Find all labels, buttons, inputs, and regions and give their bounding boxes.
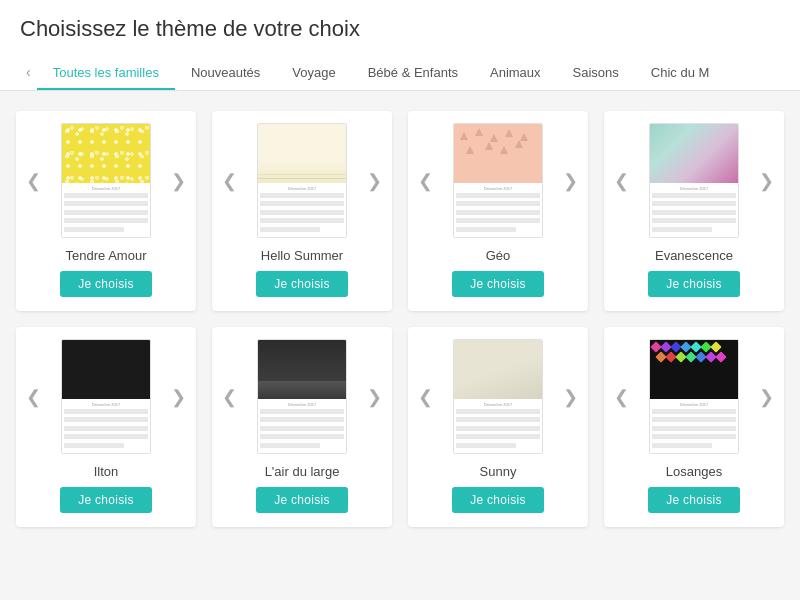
nav-right-losanges[interactable]: ❯: [759, 386, 774, 408]
tab-voyage[interactable]: Voyage: [276, 57, 351, 90]
card-geo: ❮: [408, 111, 588, 311]
svg-marker-4: [520, 133, 528, 141]
card-name-large: L'air du large: [265, 464, 340, 479]
card-losanges: ❮: [604, 327, 784, 527]
tab-chic[interactable]: Chic du M: [635, 57, 726, 90]
tab-baby-enfants[interactable]: Bébé & Enfants: [352, 57, 474, 90]
thumb-tendre: Décembre 2017: [61, 123, 151, 238]
card-preview-tendre: ❮ Décembre 2017: [24, 123, 188, 238]
svg-marker-1: [475, 128, 483, 136]
thumb-ilton: Décembre 2017: [61, 339, 151, 454]
choose-btn-evanescence[interactable]: Je choisis: [648, 271, 740, 297]
nav-right-evanescence[interactable]: ❯: [759, 170, 774, 192]
card-name-losanges: Losanges: [666, 464, 722, 479]
card-evanescence: ❮ Décembre 2017 ❯: [604, 111, 784, 311]
card-name-geo: Géo: [486, 248, 511, 263]
choose-btn-large[interactable]: Je choisis: [256, 487, 348, 513]
card-hello-summer: ❮ Décembre 2017: [212, 111, 392, 311]
nav-left-ilton[interactable]: ❮: [26, 386, 41, 408]
nav-right-large[interactable]: ❯: [367, 386, 382, 408]
card-name-tendre: Tendre Amour: [66, 248, 147, 263]
tab-saisons[interactable]: Saisons: [557, 57, 635, 90]
tab-animaux[interactable]: Animaux: [474, 57, 557, 90]
svg-marker-2: [490, 134, 498, 142]
nav-left-large[interactable]: ❮: [222, 386, 237, 408]
tab-scroll-left[interactable]: ‹: [20, 56, 37, 90]
card-preview-sunny: ❮ Décembre 2017 ❯: [416, 339, 580, 454]
card-sunny: ❮ Décembre 2017 ❯: [408, 327, 588, 527]
calendar-grid-row1: ❮ Décembre 2017: [16, 111, 784, 311]
nav-right-ilton[interactable]: ❯: [171, 386, 186, 408]
card-preview-geo: ❮: [416, 123, 580, 238]
card-ilton: ❮ Décembre 2017 ❯: [16, 327, 196, 527]
nav-left-tendre[interactable]: ❮: [26, 170, 41, 192]
nav-left-summer[interactable]: ❮: [222, 170, 237, 192]
nav-left-losanges[interactable]: ❮: [614, 386, 629, 408]
svg-marker-0: [460, 132, 468, 140]
svg-marker-3: [505, 129, 513, 137]
nav-right-geo[interactable]: ❯: [563, 170, 578, 192]
card-preview-losanges: ❮: [612, 339, 776, 454]
nav-left-sunny[interactable]: ❮: [418, 386, 433, 408]
calendar-grid-row2: ❮ Décembre 2017 ❯: [16, 327, 784, 527]
page-header: Choisissez le thème de votre choix ‹ Tou…: [0, 0, 800, 91]
svg-marker-7: [500, 146, 508, 154]
thumb-sunny: Décembre 2017: [453, 339, 543, 454]
choose-btn-sunny[interactable]: Je choisis: [452, 487, 544, 513]
card-preview-evanescence: ❮ Décembre 2017 ❯: [612, 123, 776, 238]
nav-left-geo[interactable]: ❮: [418, 170, 433, 192]
nav-right-tendre[interactable]: ❯: [171, 170, 186, 192]
thumb-large: Décembre 2017: [257, 339, 347, 454]
thumb-geo: Décembre 2017: [453, 123, 543, 238]
tab-nouveautes[interactable]: Nouveautés: [175, 57, 276, 90]
card-name-sunny: Sunny: [480, 464, 517, 479]
svg-marker-5: [466, 146, 474, 154]
card-name-evanescence: Evanescence: [655, 248, 733, 263]
card-preview-large: ❮ Décembre 2017: [220, 339, 384, 454]
svg-marker-6: [485, 142, 493, 150]
card-name-ilton: Ilton: [94, 464, 119, 479]
main-content: ❮ Décembre 2017: [0, 91, 800, 563]
card-tendre-amour: ❮ Décembre 2017: [16, 111, 196, 311]
svg-marker-8: [515, 140, 523, 148]
tabs-bar: ‹ Toutes les familles Nouveautés Voyage …: [20, 56, 780, 90]
choose-btn-geo[interactable]: Je choisis: [452, 271, 544, 297]
nav-right-sunny[interactable]: ❯: [563, 386, 578, 408]
card-preview-ilton: ❮ Décembre 2017 ❯: [24, 339, 188, 454]
nav-left-evanescence[interactable]: ❮: [614, 170, 629, 192]
choose-btn-summer[interactable]: Je choisis: [256, 271, 348, 297]
thumb-evanescence: Décembre 2017: [649, 123, 739, 238]
tab-all-families[interactable]: Toutes les familles: [37, 57, 175, 90]
card-name-summer: Hello Summer: [261, 248, 343, 263]
card-preview-summer: ❮ Décembre 2017: [220, 123, 384, 238]
thumb-losanges: Décembre 2017: [649, 339, 739, 454]
thumb-summer: Décembre 2017: [257, 123, 347, 238]
card-air-du-large: ❮ Décembre 2017: [212, 327, 392, 527]
page-title: Choisissez le thème de votre choix: [20, 16, 780, 42]
choose-btn-tendre[interactable]: Je choisis: [60, 271, 152, 297]
nav-right-summer[interactable]: ❯: [367, 170, 382, 192]
choose-btn-losanges[interactable]: Je choisis: [648, 487, 740, 513]
choose-btn-ilton[interactable]: Je choisis: [60, 487, 152, 513]
